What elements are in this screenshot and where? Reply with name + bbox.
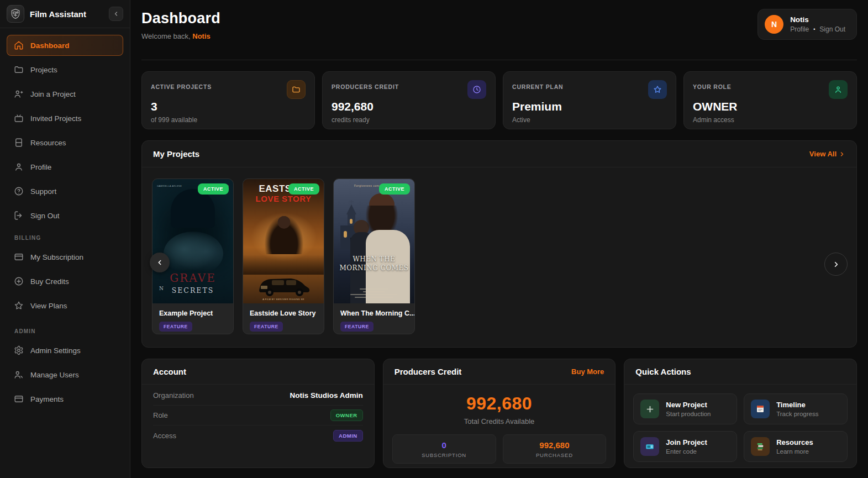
sidebar-item-label: Profile [30, 163, 51, 171]
poster-eastside-love-story: ACTIVE EASTSIDE LOVE STORY A FILM BY [243, 179, 324, 303]
sidebar-collapse-button[interactable] [109, 7, 123, 21]
carousel-next-button[interactable] [824, 253, 848, 276]
clock-icon [467, 80, 486, 99]
stat-sub: Active [512, 116, 667, 124]
total-credits-value: 992,680 [383, 393, 616, 414]
chevron-right-icon [832, 260, 840, 269]
sidebar-item-view-plans[interactable]: View Plans [7, 295, 123, 316]
sidebar-item-label: Invited Projects [30, 114, 81, 123]
separator-dot: • [813, 27, 815, 32]
sidebar-item-label: Sign Out [30, 212, 60, 220]
view-all-link[interactable]: View All [809, 150, 845, 158]
poster-grave-secrets: ACTIVE GABRIELLA ARLENE KALAYONI WILSON … [152, 179, 233, 303]
stat-label: ACTIVE PROJECTS [151, 80, 212, 90]
sidebar-item-payments[interactable]: Payments [7, 388, 123, 409]
sidebar-item-buy-credits[interactable]: Buy Credits [7, 271, 123, 292]
stat-value: 3 [151, 100, 306, 113]
status-badge: ACTIVE [198, 183, 229, 195]
sidebar-item-label: My Subscription [30, 253, 83, 261]
account-row-access: Access ADMIN [153, 426, 363, 445]
sidebar-item-sign-out[interactable]: Sign Out [7, 205, 123, 226]
poster-city [243, 255, 324, 275]
stat-sub: Admin access [693, 116, 848, 124]
sidebar-item-dashboard[interactable]: Dashboard [7, 35, 123, 56]
project-card-eastside-love-story[interactable]: ACTIVE EASTSIDE LOVE STORY A FILM BY [243, 178, 324, 334]
folder-icon [14, 65, 24, 75]
quick-actions-panel: Quick Actions New Project Start producti… [624, 359, 857, 468]
stat-card-current-plan: CURRENT PLAN Premium Active [503, 71, 676, 129]
sidebar-item-resources[interactable]: Resources [7, 132, 123, 153]
sidebar-item-label: Buy Credits [30, 277, 69, 286]
app-title: Film Assistant [30, 9, 103, 19]
role-badge: OWNER [330, 409, 363, 421]
subscription-credits-value: 0 [393, 440, 496, 450]
calendar-icon [751, 400, 770, 418]
tv-icon [14, 113, 24, 123]
main-content: Dashboard Welcome back, Notis N Notis Pr… [130, 0, 868, 478]
stat-card-active-projects: ACTIVE PROJECTS 3 of 999 available [141, 71, 315, 129]
stat-value: Premium [512, 100, 667, 113]
sidebar-item-label: Projects [30, 66, 57, 74]
star-icon [648, 80, 667, 99]
sidebar-item-admin-settings[interactable]: Admin Settings [7, 340, 123, 361]
home-icon [14, 40, 24, 50]
folder-icon [287, 80, 306, 99]
stat-value: OWNER [693, 100, 848, 113]
ticket-icon [640, 437, 659, 456]
project-title: When The Morning C... [334, 303, 414, 321]
status-badge: ACTIVE [288, 183, 319, 195]
poster-when-the-morning-comes: ACTIVE Forgiveness comes at a co [334, 179, 414, 303]
sidebar-item-label: Payments [30, 395, 64, 403]
carousel-prev-button[interactable] [150, 253, 170, 272]
sidebar-item-label: Support [30, 187, 56, 196]
sidebar-item-profile[interactable]: Profile [7, 156, 123, 177]
sidebar-item-label: Manage Users [30, 371, 79, 379]
user-icon [14, 162, 24, 172]
sidebar-item-label: Join a Project [30, 90, 76, 98]
sidebar-nav: Dashboard Projects Join a Project Invite… [0, 28, 130, 413]
help-circle-icon [14, 186, 24, 196]
billing-section-label: BILLING [7, 235, 123, 241]
sidebar-item-manage-users[interactable]: Manage Users [7, 364, 123, 385]
credit-card-icon [14, 394, 24, 404]
sidebar-item-my-subscription[interactable]: My Subscription [7, 246, 123, 267]
stat-sub: of 999 available [151, 116, 306, 124]
profile-link[interactable]: Profile [790, 25, 809, 33]
sign-out-link[interactable]: Sign Out [819, 25, 845, 33]
avatar[interactable]: N [765, 15, 783, 34]
books-icon [751, 437, 770, 456]
sidebar-item-invited-projects[interactable]: Invited Projects [7, 108, 123, 129]
sidebar-item-support[interactable]: Support [7, 181, 123, 202]
book-icon [14, 138, 24, 148]
quick-action-resources[interactable]: Resources Learn more [744, 431, 848, 462]
plus-circle-icon [14, 276, 24, 286]
poster-figures [164, 232, 223, 276]
project-card-when-the-morning-comes[interactable]: ACTIVE Forgiveness comes at a co [333, 178, 415, 334]
chevron-left-icon [156, 259, 164, 266]
bottom-row: Account Organization Notis Studios Admin… [141, 359, 857, 468]
stat-label: YOUR ROLE [693, 80, 732, 90]
panel-title: Account [153, 367, 186, 376]
poster-silhouette [171, 189, 215, 228]
sidebar-item-label: Resources [30, 139, 66, 147]
welcome-text: Welcome back, Notis [141, 32, 857, 40]
sidebar-item-projects[interactable]: Projects [7, 59, 123, 80]
quick-action-join-project[interactable]: Join Project Enter code [633, 431, 737, 462]
app-logo-icon [7, 5, 24, 23]
buy-more-link[interactable]: Buy More [571, 367, 604, 376]
sidebar-item-label: Dashboard [30, 41, 70, 50]
projects-carousel: ACTIVE GABRIELLA ARLENE KALAYONI WILSON … [142, 167, 856, 345]
user-name: Notis [790, 15, 845, 24]
quick-action-new-project[interactable]: New Project Start production [633, 393, 737, 424]
suv-silhouette [255, 274, 313, 297]
panel-title: Producers Credit [394, 367, 462, 376]
user-chip[interactable]: N Notis Profile • Sign Out [757, 9, 857, 40]
type-badge: FEATURE [340, 322, 373, 332]
type-badge: FEATURE [250, 322, 283, 332]
stats-row: ACTIVE PROJECTS 3 of 999 available PRODU… [141, 71, 857, 129]
status-badge: ACTIVE [379, 183, 410, 195]
total-credits-caption: Total Credits Available [383, 417, 616, 426]
quick-action-timeline[interactable]: Timeline Track progress [744, 393, 848, 424]
account-row-role: Role OWNER [153, 406, 363, 426]
sidebar-item-join-a-project[interactable]: Join a Project [7, 83, 123, 104]
